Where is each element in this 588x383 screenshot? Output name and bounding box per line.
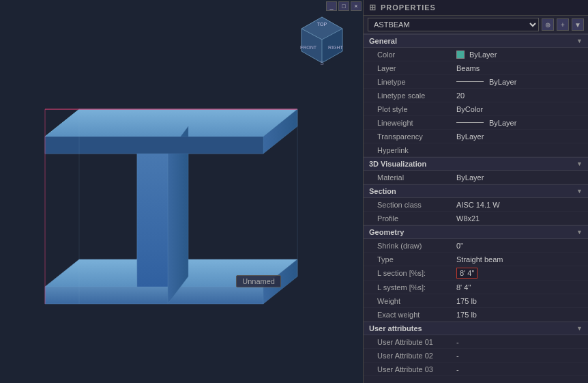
section-user-attr-label: User attributes bbox=[369, 324, 422, 332]
minimize-button[interactable]: _ bbox=[326, 1, 337, 11]
prop-section-class-label: Section class bbox=[364, 199, 452, 210]
svg-marker-11 bbox=[137, 154, 168, 287]
prop-hyperlink-value bbox=[452, 149, 588, 152]
close-button[interactable]: × bbox=[351, 1, 362, 11]
color-swatch bbox=[456, 51, 465, 59]
svg-text:TOP: TOP bbox=[317, 22, 327, 27]
prop-l-system: L system [%s]: 8' 4" bbox=[364, 281, 588, 294]
prop-linetype-scale-label: Linetype scale bbox=[364, 90, 452, 101]
properties-content: General ▼ Color ByLayer Layer Beams Line… bbox=[364, 34, 588, 383]
prop-type: Type Straight beam bbox=[364, 253, 588, 266]
prop-l-system-value: 8' 4" bbox=[452, 282, 588, 293]
prop-user-attr-01-label: User Attribute 01 bbox=[364, 337, 452, 347]
prop-layer: Layer Beams bbox=[364, 61, 588, 75]
prop-material: Material ByLayer bbox=[364, 171, 588, 184]
prop-profile-label: Profile bbox=[364, 213, 452, 224]
prop-linetype-label: Linetype bbox=[364, 76, 452, 87]
properties-panel: ⊞ PROPERTIES ASTBEAM ⊕ + ▼ General ▼ Col… bbox=[363, 0, 588, 383]
section-general-label: General bbox=[369, 37, 397, 45]
prop-lineweight-value: ByLayer bbox=[452, 117, 588, 128]
prop-user-attr-03: User Attribute 03 - bbox=[364, 363, 588, 376]
svg-marker-12 bbox=[45, 137, 263, 154]
prop-transparency: Transparency ByLayer bbox=[364, 130, 588, 143]
section-user-attr[interactable]: User attributes ▼ bbox=[364, 322, 588, 335]
prop-user-attr-02: User Attribute 02 - bbox=[364, 349, 588, 363]
prop-linetype-scale-value: 20 bbox=[452, 90, 588, 101]
prop-user-attr-03-label: User Attribute 03 bbox=[364, 364, 452, 375]
prop-user-attr-02-value: - bbox=[452, 350, 588, 361]
section-section-label: Section bbox=[369, 187, 396, 195]
line-indicator-2 bbox=[456, 122, 484, 123]
section-3d-viz-arrow: ▼ bbox=[576, 160, 583, 167]
prop-linetype-value: ByLayer bbox=[452, 76, 588, 87]
prop-material-label: Material bbox=[364, 172, 452, 183]
prop-layer-label: Layer bbox=[364, 63, 452, 74]
line-indicator-1 bbox=[456, 81, 484, 82]
prop-exact-weight-label: Exact weight bbox=[364, 309, 452, 320]
prop-shrink-value: 0" bbox=[452, 240, 588, 251]
prop-hyperlink: Hyperlink bbox=[364, 143, 588, 157]
prop-linetype-scale: Linetype scale 20 bbox=[364, 89, 588, 102]
prop-transparency-value: ByLayer bbox=[452, 131, 588, 142]
icon-btn-2[interactable]: + bbox=[557, 18, 569, 31]
prop-weight-label: Weight bbox=[364, 296, 452, 307]
l-section-box: 8' 4" bbox=[456, 268, 477, 279]
prop-type-value: Straight beam bbox=[452, 254, 588, 265]
prop-profile: Profile W8x21 bbox=[364, 212, 588, 225]
prop-section-class: Section class AISC 14.1 W bbox=[364, 198, 588, 212]
svg-marker-1 bbox=[45, 287, 263, 304]
prop-color: Color ByLayer bbox=[364, 48, 588, 61]
svg-text:S: S bbox=[320, 59, 324, 66]
section-geometry-arrow: ▼ bbox=[576, 229, 583, 236]
prop-weight-value: 175 lb bbox=[452, 296, 588, 307]
svg-text:RIGHT: RIGHT bbox=[328, 45, 344, 50]
icon-btn-3[interactable]: ▼ bbox=[572, 18, 584, 31]
prop-plot-style: Plot style ByColor bbox=[364, 102, 588, 116]
prop-linetype: Linetype ByLayer bbox=[364, 75, 588, 89]
svg-text:FRONT: FRONT bbox=[300, 45, 317, 50]
prop-plot-style-value: ByColor bbox=[452, 104, 588, 115]
section-general-arrow: ▼ bbox=[576, 38, 583, 44]
svg-marker-7 bbox=[45, 109, 297, 137]
section-3d-viz-label: 3D Visualization bbox=[369, 160, 426, 168]
section-general[interactable]: General ▼ bbox=[364, 34, 588, 48]
properties-header: ⊞ PROPERTIES bbox=[364, 0, 588, 16]
properties-title: PROPERTIES bbox=[381, 3, 436, 12]
maximize-button[interactable]: □ bbox=[338, 1, 349, 11]
prop-hyperlink-label: Hyperlink bbox=[364, 145, 452, 156]
prop-color-label: Color bbox=[364, 49, 452, 60]
prop-l-system-label: L system [%s]: bbox=[364, 282, 452, 293]
prop-layer-value: Beams bbox=[452, 63, 588, 74]
prop-section-class-value: AISC 14.1 W bbox=[452, 199, 588, 210]
prop-l-section: L section [%s]: 8' 4" bbox=[364, 266, 588, 281]
prop-exact-weight-value: 175 lb bbox=[452, 309, 588, 320]
section-user-attr-arrow: ▼ bbox=[576, 325, 583, 332]
dropdown-row: ASTBEAM ⊕ + ▼ bbox=[364, 16, 588, 34]
prop-lineweight: Lineweight ByLayer bbox=[364, 116, 588, 130]
unnamed-label: Unnamed bbox=[236, 275, 281, 287]
astbeam-dropdown[interactable]: ASTBEAM bbox=[368, 18, 539, 31]
prop-user-attr-01: User Attribute 01 - bbox=[364, 335, 588, 349]
prop-user-attr-03-value: - bbox=[452, 364, 588, 375]
prop-shrink: Shrink (draw) 0" bbox=[364, 239, 588, 253]
section-3d-viz[interactable]: 3D Visualization ▼ bbox=[364, 157, 588, 171]
section-geometry-label: Geometry bbox=[369, 228, 404, 236]
prop-color-value: ByLayer bbox=[452, 49, 588, 60]
nav-cube[interactable]: TOP FRONT RIGHT S bbox=[295, 14, 349, 68]
header-icons: ⊕ + ▼ bbox=[542, 18, 584, 31]
prop-weight: Weight 175 lb bbox=[364, 294, 588, 308]
prop-profile-value: W8x21 bbox=[452, 213, 588, 224]
prop-exact-weight: Exact weight 175 lb bbox=[364, 308, 588, 322]
icon-btn-1[interactable]: ⊕ bbox=[542, 18, 554, 31]
prop-plot-style-label: Plot style bbox=[364, 104, 452, 115]
section-section[interactable]: Section ▼ bbox=[364, 184, 588, 198]
prop-user-attr-02-label: User Attribute 02 bbox=[364, 350, 452, 361]
prop-l-section-value: 8' 4" bbox=[452, 266, 588, 280]
properties-title-icon: ⊞ bbox=[369, 3, 377, 12]
prop-user-attr-01-value: - bbox=[452, 337, 588, 347]
viewport-titlebar: _ □ × bbox=[325, 0, 363, 12]
prop-l-section-label: L section [%s]: bbox=[364, 268, 452, 279]
prop-material-value: ByLayer bbox=[452, 172, 588, 183]
section-geometry[interactable]: Geometry ▼ bbox=[364, 225, 588, 239]
prop-transparency-label: Transparency bbox=[364, 131, 452, 142]
